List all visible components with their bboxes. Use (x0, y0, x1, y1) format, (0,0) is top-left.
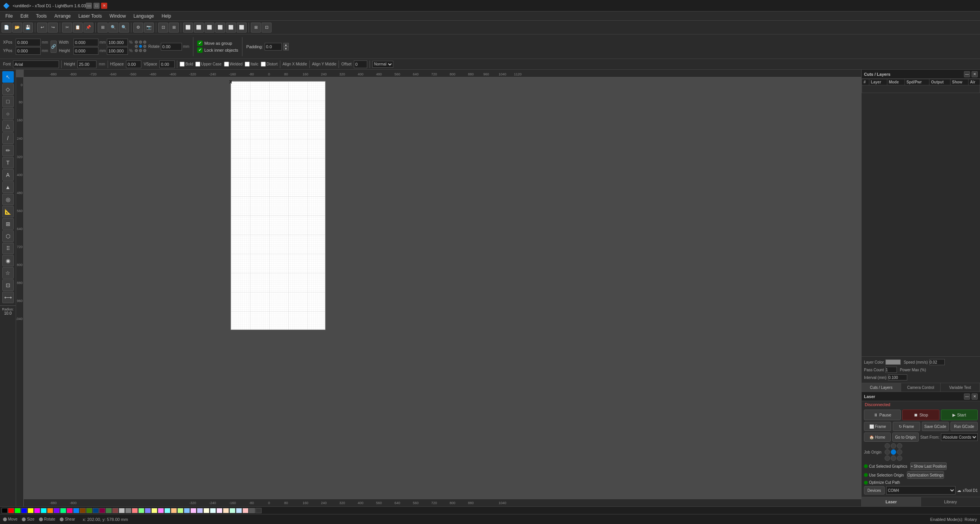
circle-tool[interactable]: ○ (2, 108, 14, 119)
vspace-input[interactable] (159, 60, 175, 68)
palette-color-21[interactable] (138, 508, 144, 513)
palette-color-19[interactable] (125, 508, 131, 513)
xpos-input[interactable] (16, 39, 41, 46)
rectangle-tool[interactable]: □ (2, 96, 14, 107)
padding-input[interactable] (265, 43, 282, 51)
palette-color-7[interactable] (47, 508, 53, 513)
font-height-input[interactable] (77, 60, 97, 68)
bold-checkbox[interactable] (180, 62, 185, 67)
origin-tc[interactable] (139, 41, 142, 44)
menu-file[interactable]: File (2, 13, 16, 20)
width-input[interactable] (74, 39, 98, 46)
star-tool[interactable]: ☆ (2, 267, 14, 279)
cut-selected-label[interactable]: Cut Selected Graphics (869, 464, 907, 468)
palette-color-5[interactable] (34, 508, 40, 513)
palette-color-20[interactable] (132, 508, 138, 513)
jo-mr[interactable] (897, 449, 902, 455)
redo-button[interactable]: ↪ (48, 23, 58, 33)
welded-checkbox[interactable] (224, 62, 229, 67)
jo-bl[interactable] (885, 455, 890, 461)
palette-color-16[interactable] (106, 508, 112, 513)
cuts-panel-close[interactable]: ✕ (972, 71, 978, 77)
jo-bc[interactable] (891, 455, 896, 461)
open-button[interactable]: 📂 (12, 23, 22, 33)
bitmap-trace[interactable]: ▲ (2, 181, 14, 193)
origin-bl[interactable] (135, 49, 138, 52)
frame1-button[interactable]: ⬜ Frame (864, 422, 891, 431)
zoom-in-button[interactable]: 🔍 (108, 23, 118, 33)
menu-edit[interactable]: Edit (16, 13, 32, 20)
palette-color-1[interactable] (8, 508, 14, 513)
select-tool[interactable]: ↖ (2, 71, 14, 83)
line-tool[interactable]: / (2, 132, 14, 144)
palette-color-6[interactable] (41, 508, 47, 513)
origin-tr[interactable] (143, 41, 146, 44)
stop-button[interactable]: ⏹ Stop (902, 410, 939, 420)
nesting-tool[interactable]: ⠿ (2, 243, 14, 254)
text-tool[interactable]: T (2, 157, 14, 168)
origin-ml[interactable] (135, 45, 138, 48)
laser-panel-close[interactable]: ✕ (972, 393, 978, 400)
palette-color-27[interactable] (177, 508, 183, 513)
palette-color-28[interactable] (184, 508, 190, 513)
palette-color-32[interactable] (210, 508, 216, 513)
cut-button[interactable]: ✂ (62, 23, 72, 33)
save-button[interactable]: 💾 (23, 23, 33, 33)
align-right[interactable]: ⬜ (205, 23, 214, 33)
jo-tl[interactable] (885, 443, 890, 449)
snap-button[interactable]: ⊡ (158, 23, 168, 33)
tab-cuts-layers[interactable]: Cuts / Layers (862, 383, 901, 392)
palette-color-30[interactable] (197, 508, 203, 513)
rotary-tool[interactable]: ◉ (2, 255, 14, 266)
copy-button[interactable]: 📋 (73, 23, 83, 33)
zoom-out-button[interactable]: 🔍 (119, 23, 129, 33)
grid-button[interactable]: ⊞ (169, 23, 179, 33)
polygon-tool[interactable]: △ (2, 120, 14, 132)
origin-mr[interactable] (143, 45, 146, 48)
mirror-tool[interactable]: ⟷ (2, 292, 14, 303)
show-last-button[interactable]: + Show Last Position (910, 462, 947, 470)
maximize-button[interactable]: □ (93, 3, 100, 9)
devices-button[interactable]: Devices (864, 486, 885, 495)
fill-tool[interactable]: ◎ (2, 194, 14, 205)
palette-color-2[interactable] (15, 508, 21, 513)
palette-color-15[interactable] (99, 508, 105, 513)
hspace-input[interactable] (126, 60, 141, 68)
welded-checkbox-label[interactable]: Welded (224, 62, 243, 67)
jo-tr[interactable] (897, 443, 902, 449)
group-button[interactable]: ⊞ (251, 23, 261, 33)
palette-color-36[interactable] (236, 508, 242, 513)
palette-color-37[interactable] (242, 508, 249, 513)
new-button[interactable]: 📄 (2, 23, 11, 33)
ungroup-button[interactable]: ⊡ (262, 23, 272, 33)
align-top[interactable]: ⬜ (215, 23, 225, 33)
close-button[interactable]: ✕ (101, 3, 107, 9)
width-pct-input[interactable] (107, 39, 128, 46)
menu-window[interactable]: Window (106, 13, 130, 20)
lock-aspect-btn[interactable]: 🔗 (51, 41, 57, 53)
font-name-input[interactable] (13, 60, 59, 68)
canvas-inner-area[interactable]: X (24, 77, 861, 499)
cuts-panel-minimize[interactable]: — (964, 71, 970, 77)
settings-button[interactable]: ⚙ (133, 23, 143, 33)
align-bottom[interactable]: ⬜ (237, 23, 247, 33)
upper-checkbox[interactable] (195, 62, 200, 67)
use-selection-label[interactable]: Use Selection Origin (869, 473, 904, 477)
go-to-origin-button[interactable]: Go to Origin (892, 433, 919, 442)
palette-color-17[interactable] (112, 508, 118, 513)
canvas-area[interactable]: -880 -800 -720 -640 -560 -480 -400 -320 … (16, 70, 861, 506)
origin-br[interactable] (143, 49, 146, 52)
palette-color-4[interactable] (28, 508, 34, 513)
palette-color-23[interactable] (151, 508, 157, 513)
menu-language[interactable]: Language (130, 13, 158, 20)
palette-color-0[interactable] (2, 508, 8, 513)
tab-library[interactable]: Library (921, 497, 980, 506)
run-gcode-button[interactable]: Run GCode (951, 422, 978, 431)
palette-color-29[interactable] (190, 508, 196, 513)
edit-nodes-tool[interactable]: ◇ (2, 83, 14, 95)
tab-camera-control[interactable]: Camera Control (901, 383, 941, 392)
height-pct-input[interactable] (107, 47, 128, 55)
group-tool[interactable]: ⊞ (2, 218, 14, 230)
palette-color-33[interactable] (216, 508, 223, 513)
palette-color-24[interactable] (158, 508, 164, 513)
